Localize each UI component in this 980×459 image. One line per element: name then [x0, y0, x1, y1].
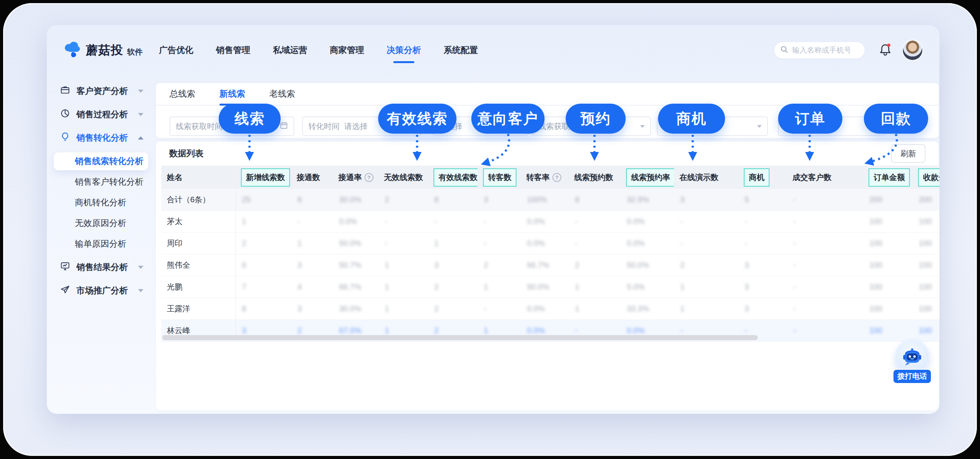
sidebar-item-sales-result[interactable]: 销售结果分析 — [47, 256, 155, 279]
app-window: 蘑菇投 软件 广告优化 销售管理 私域运营 商家管理 决策分析 系统配置 — [47, 25, 939, 414]
refresh-button[interactable]: 刷新 — [891, 144, 925, 163]
bubble-payment: 回款 — [864, 104, 928, 134]
data-cell-blurred: 8 — [291, 189, 333, 211]
chevron-down-icon — [138, 90, 143, 93]
data-cell-blurred: 5 — [738, 189, 787, 211]
notification-bell[interactable] — [879, 43, 891, 57]
data-cell-blurred: 100 — [913, 254, 939, 276]
sidebar-item-customer-conversion-analysis[interactable]: 销售客户转化分析 — [54, 173, 148, 191]
data-cell-blurred: - — [569, 211, 621, 233]
search-input[interactable] — [791, 46, 851, 55]
data-cell-blurred: 6 — [235, 254, 291, 276]
data-cell-blurred: 1 — [379, 298, 428, 320]
data-cell-blurred: 1 — [569, 298, 621, 320]
data-cell-blurred[interactable]: 100 — [913, 320, 939, 342]
data-cell-blurred: - — [674, 233, 738, 254]
data-cell-blurred: 0.0% — [521, 211, 569, 233]
data-cell-blurred: 0.0% — [521, 233, 569, 254]
tab-new-leads[interactable]: 新线索 — [219, 83, 245, 105]
sidebar-item-lost-order-reason-analysis[interactable]: 输单原因分析 — [54, 235, 148, 253]
main-nav: 广告优化 销售管理 私域运营 商家管理 决策分析 系统配置 — [159, 44, 478, 56]
global-search[interactable] — [774, 42, 865, 58]
main-content: 总线索 新线索 老线索 线索获取时间 2025- 转化时间 请选择 请选择 — [155, 76, 939, 414]
table-row: 王露洋8330.0%12-0.0%133.3%13-100100- — [161, 298, 939, 320]
data-cell-blurred: 100 — [863, 233, 913, 254]
user-avatar[interactable] — [903, 41, 922, 60]
nav-item-system[interactable]: 系统配置 — [444, 44, 478, 56]
column-label: 成交客户数 — [792, 173, 831, 182]
data-cell-blurred: 2 — [478, 254, 521, 276]
nav-item-private[interactable]: 私域运营 — [273, 44, 307, 56]
data-cell-blurred: 100 — [913, 298, 939, 320]
bubble-leads: 线索 — [219, 104, 281, 134]
column-label: 在线演示数 — [679, 173, 718, 182]
nav-item-sales[interactable]: 销售管理 — [216, 44, 250, 56]
sidebar-item-invalid-reason-analysis[interactable]: 无效原因分析 — [54, 214, 148, 232]
data-cell-blurred: 8 — [235, 298, 291, 320]
nav-item-analysis[interactable]: 决策分析 — [387, 44, 421, 56]
data-cell-blurred: 8 — [428, 189, 478, 211]
data-cell-blurred: - — [569, 233, 621, 254]
column-header: 转客数 — [478, 166, 521, 189]
column-label: 线索预约数 — [574, 173, 613, 182]
column-label-highlighted: 订单金额 — [869, 168, 910, 187]
data-cell-blurred: 2 — [428, 276, 478, 298]
data-cell-blurred: 1 — [291, 233, 333, 254]
data-cell-blurred: - — [738, 211, 787, 233]
chevron-down-icon — [138, 266, 143, 269]
column-label: 接通数 — [297, 173, 320, 182]
sidebar-item-customer-assets[interactable]: 客户资产分析 — [47, 79, 155, 103]
help-icon[interactable]: ? — [552, 173, 561, 182]
data-cell-blurred: 1 — [235, 211, 291, 233]
data-cell-blurred: - — [787, 189, 863, 211]
data-cell-blurred: 2 — [674, 254, 738, 276]
table-body: 合计（6条）25830.0%283100%832.9%35-200200-茅太1… — [161, 189, 939, 342]
column-label-highlighted: 有效线索数 — [433, 168, 478, 187]
column-header: 在线演示数 — [674, 166, 738, 189]
bulb-icon — [60, 132, 70, 144]
column-label: 转客率 — [526, 173, 550, 182]
data-cell-blurred: 3 — [291, 254, 333, 276]
device-bezel: 蘑菇投 软件 广告优化 销售管理 私域运营 商家管理 决策分析 系统配置 — [3, 3, 977, 456]
nav-item-merchant[interactable]: 商家管理 — [330, 44, 364, 56]
horizontal-scrollbar[interactable] — [162, 335, 758, 340]
sidebar-item-lead-conversion-analysis[interactable]: 销售线索转化分析 — [54, 152, 148, 170]
sidebar-item-sales-process[interactable]: 销售过程分析 — [47, 103, 155, 126]
column-header: 无效线索数 — [379, 166, 428, 189]
search-icon — [780, 46, 788, 55]
sidebar-item-market-promotion[interactable]: 市场推广分析 — [47, 279, 155, 302]
data-cell-blurred: 5.0% — [621, 276, 674, 298]
column-label-highlighted: 商机 — [744, 168, 769, 187]
table-row: 合计（6条）25830.0%283100%832.9%35-200200- — [161, 189, 939, 211]
data-cell-blurred: 200 — [913, 189, 939, 211]
top-navbar: 蘑菇投 软件 广告优化 销售管理 私域运营 商家管理 决策分析 系统配置 — [47, 25, 939, 76]
data-cell-blurred[interactable]: - — [787, 320, 863, 342]
calendar-icon — [279, 121, 288, 132]
row-name-cell: 王露洋 — [161, 298, 235, 320]
tab-old-leads[interactable]: 老线索 — [269, 83, 295, 105]
data-cell-blurred: 3 — [738, 276, 787, 298]
data-cell-blurred: - — [787, 211, 863, 233]
data-cell-blurred[interactable]: 100 — [863, 320, 913, 342]
robot-icon — [896, 341, 929, 373]
column-header: 商机 — [738, 166, 787, 189]
table-card-header: 数据列表 刷新 — [156, 141, 939, 166]
column-label: 无效线索数 — [384, 173, 423, 182]
data-cell-blurred: 33.3% — [621, 298, 674, 320]
sidebar-item-sales-conversion[interactable]: 销售转化分析 — [47, 126, 155, 150]
data-cell-blurred: 3 — [738, 298, 787, 320]
tab-total-leads[interactable]: 总线索 — [170, 83, 195, 105]
column-label-highlighted: 收款金额 — [918, 168, 939, 187]
data-cell-blurred: 2 — [569, 254, 621, 276]
data-cell-blurred: - — [478, 211, 521, 233]
sidebar-item-opportunity-conversion-analysis[interactable]: 商机转化分析 — [54, 194, 148, 212]
nav-item-ad[interactable]: 广告优化 — [159, 44, 193, 56]
brand-suffix: 软件 — [127, 47, 143, 57]
call-robot-button[interactable]: 拨打电话 — [891, 341, 933, 383]
help-icon[interactable]: ? — [364, 173, 373, 182]
bubble-opportunity: 商机 — [658, 104, 725, 134]
data-cell-blurred: 1 — [379, 276, 428, 298]
bell-icon — [879, 50, 891, 57]
data-cell-blurred: 50.0% — [621, 254, 674, 276]
data-cell-blurred: 1 — [674, 276, 738, 298]
